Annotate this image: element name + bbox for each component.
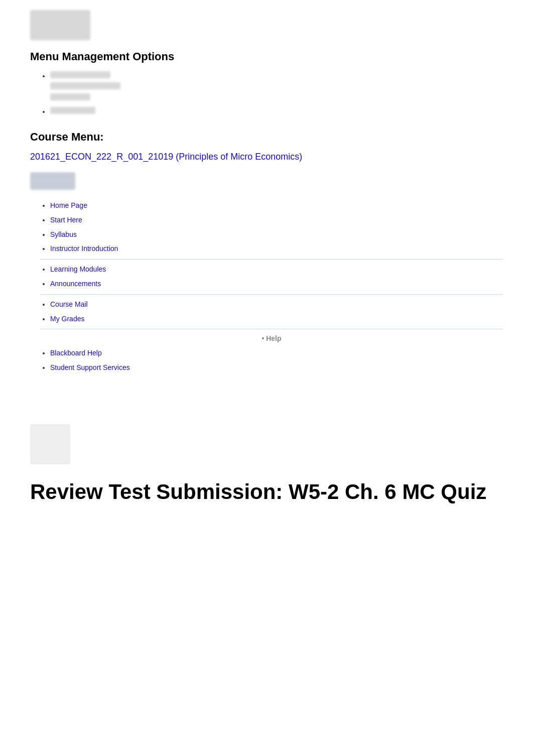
nav-link-student-support[interactable]: Student Support Services — [50, 363, 130, 371]
nav-link-instructor-intro[interactable]: Instructor Introduction — [50, 244, 118, 253]
menu-management-heading: Menu Management Options — [30, 50, 503, 63]
list-item-divider — [50, 294, 503, 295]
list-item: My Grades — [50, 313, 503, 325]
bottom-section: Review Test Submission: W5-2 Ch. 6 MC Qu… — [30, 404, 503, 505]
list-item: Instructor Introduction — [50, 243, 503, 255]
review-title: Review Test Submission: W5-2 Ch. 6 MC Qu… — [30, 479, 503, 505]
nav-container: Home Page Start Here Syllabus Instructor… — [30, 200, 503, 374]
list-item: Learning Modules — [50, 264, 503, 276]
blurred-item-2 — [50, 82, 120, 89]
top-image-placeholder — [30, 10, 90, 40]
blurred-item-4 — [50, 107, 95, 114]
nav-link-learning-modules[interactable]: Learning Modules — [50, 265, 106, 273]
help-section-header: • Help — [40, 334, 503, 342]
nav-link-syllabus[interactable]: Syllabus — [50, 230, 77, 238]
list-item: Syllabus — [50, 229, 503, 241]
list-item: Start Here — [50, 214, 503, 226]
page-container: Menu Management Options Course Menu: 201… — [0, 0, 533, 515]
nav-link-home-page[interactable]: Home Page — [50, 201, 87, 209]
list-item-divider — [50, 259, 503, 260]
nav-link-start-here[interactable]: Start Here — [50, 216, 82, 224]
help-bullet: • — [261, 334, 266, 342]
blurred-item-3 — [50, 93, 90, 100]
course-menu-heading: Course Menu: — [30, 131, 503, 144]
nav-link-blackboard-help[interactable]: Blackboard Help — [50, 349, 102, 357]
help-label: Help — [266, 334, 281, 342]
divider-1 — [40, 259, 503, 260]
list-item — [50, 107, 503, 115]
list-item: Blackboard Help — [50, 347, 503, 359]
help-list: Blackboard Help Student Support Services — [40, 347, 503, 374]
divider-2 — [40, 294, 503, 295]
nav-group-2: Learning Modules Announcements — [40, 264, 503, 295]
nav-link-announcements[interactable]: Announcements — [50, 280, 101, 288]
list-item — [50, 71, 503, 102]
course-button-placeholder — [30, 172, 75, 190]
nav-link-my-grades[interactable]: My Grades — [50, 315, 84, 323]
divider-3 — [40, 329, 503, 329]
blurred-item-1 — [50, 71, 110, 78]
list-item: Announcements — [50, 278, 503, 290]
nav-group-1: Home Page Start Here Syllabus Instructor… — [40, 200, 503, 260]
course-link[interactable]: 201621_ECON_222_R_001_21019 (Principles … — [30, 152, 503, 162]
list-item: Student Support Services — [50, 362, 503, 374]
bottom-image-placeholder — [30, 424, 70, 464]
menu-management-list — [30, 71, 503, 115]
nav-link-course-mail[interactable]: Course Mail — [50, 300, 88, 308]
nav-group-3: Course Mail My Grades — [40, 299, 503, 330]
list-item-divider — [50, 329, 503, 329]
list-item: Home Page — [50, 200, 503, 212]
list-item: Course Mail — [50, 299, 503, 311]
